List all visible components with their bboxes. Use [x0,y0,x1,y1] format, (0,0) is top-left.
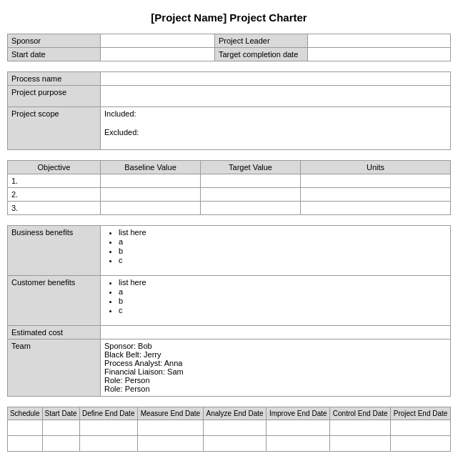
target-completion-label: Target completion date [215,48,308,61]
scope-included: Included: [104,109,447,118]
schedule-cell [79,436,137,452]
units-col-header: Units [301,161,451,174]
schedule-cell [138,436,204,452]
project-leader-value [308,34,451,48]
objectives-cell [301,174,451,188]
estimated-cost-value [101,326,451,339]
business-benefit-item: list here [119,228,447,237]
schedule-col-header: Analyze End Date [203,407,266,420]
estimated-cost-label: Estimated cost [8,326,101,339]
customer-benefit-item: c [119,306,447,314]
objectives-cell [301,202,451,215]
objectives-cell [201,188,301,202]
customer-benefit-item: list here [119,278,447,287]
team-line: Process Analyst: Anna [104,359,447,367]
objectives-cell: 2. [8,188,101,202]
benefits-section: Business benefits list hereabc Customer … [7,225,451,397]
business-benefits-value: list hereabc [101,226,451,276]
schedule-cell [330,436,391,452]
schedule-cell [42,436,79,452]
objectives-table: Objective Baseline Value Target Value Un… [7,160,451,215]
info-section: Sponsor Project Leader Start date Target… [7,34,451,61]
details-table: Process name Project purpose Project sco… [7,71,451,150]
customer-benefits-list: list hereabc [104,278,447,314]
sponsor-value [101,34,215,48]
schedule-table: ScheduleStart DateDefine End DateMeasure… [7,407,451,452]
objectives-cell [101,174,201,188]
objectives-cell [201,202,301,215]
info-table: Sponsor Project Leader Start date Target… [7,34,451,61]
customer-benefit-item: a [119,287,447,296]
schedule-col-header: Control End Date [330,407,391,420]
sponsor-label: Sponsor [8,34,101,48]
schedule-col-header: Improve End Date [267,407,330,420]
customer-benefit-item: b [119,297,447,305]
target-completion-value [308,48,451,61]
schedule-col-header: Measure End Date [138,407,204,420]
project-purpose-value [101,86,451,107]
baseline-col-header: Baseline Value [101,161,201,174]
team-line: Black Belt: Jerry [104,350,447,359]
customer-benefits-value: list hereabc [101,276,451,326]
objectives-cell: 1. [8,174,101,188]
schedule-col-header: Define End Date [79,407,137,420]
project-scope-value: Included: Excluded: [101,107,451,150]
schedule-cell [267,420,330,436]
schedule-col-header: Schedule [8,407,43,420]
business-benefit-item: a [119,237,447,246]
schedule-cell [330,420,391,436]
details-section: Process name Project purpose Project sco… [7,71,451,150]
benefits-table: Business benefits list hereabc Customer … [7,225,451,397]
objectives-cell [101,202,201,215]
objectives-cell [301,188,451,202]
project-scope-label: Project scope [8,107,101,150]
page-title: [Project Name] Project Charter [7,11,451,24]
objectives-cell: 3. [8,202,101,215]
start-date-label: Start date [8,48,101,61]
team-line: Role: Person [104,376,447,385]
team-line: Role: Person [104,385,447,393]
schedule-cell [203,436,266,452]
business-benefits-label: Business benefits [8,226,101,276]
schedule-section: ScheduleStart DateDefine End DateMeasure… [7,407,451,452]
schedule-col-header: Project End Date [391,407,451,420]
team-line: Sponsor: Bob [104,342,447,350]
business-benefit-item: c [119,256,447,264]
scope-excluded: Excluded: [104,128,447,137]
business-benefit-item: b [119,247,447,255]
schedule-cell [203,420,266,436]
objective-col-header: Objective [8,161,101,174]
schedule-cell [391,420,451,436]
schedule-cell [391,436,451,452]
process-name-label: Process name [8,72,101,86]
schedule-cell [138,420,204,436]
process-name-value [101,72,451,86]
schedule-cell [8,420,43,436]
schedule-cell [79,420,137,436]
target-col-header: Target Value [201,161,301,174]
project-leader-label: Project Leader [215,34,308,48]
objectives-cell [201,174,301,188]
business-benefits-list: list hereabc [104,228,447,264]
objectives-cell [101,188,201,202]
schedule-col-header: Start Date [42,407,79,420]
customer-benefits-label: Customer benefits [8,276,101,326]
team-line: Financial Liaison: Sam [104,367,447,376]
schedule-cell [267,436,330,452]
team-value: Sponsor: BobBlack Belt: JerryProcess Ana… [101,339,451,397]
project-purpose-label: Project purpose [8,86,101,107]
objectives-section: Objective Baseline Value Target Value Un… [7,160,451,215]
start-date-value [101,48,215,61]
team-label: Team [8,339,101,397]
schedule-cell [8,436,43,452]
schedule-cell [42,420,79,436]
